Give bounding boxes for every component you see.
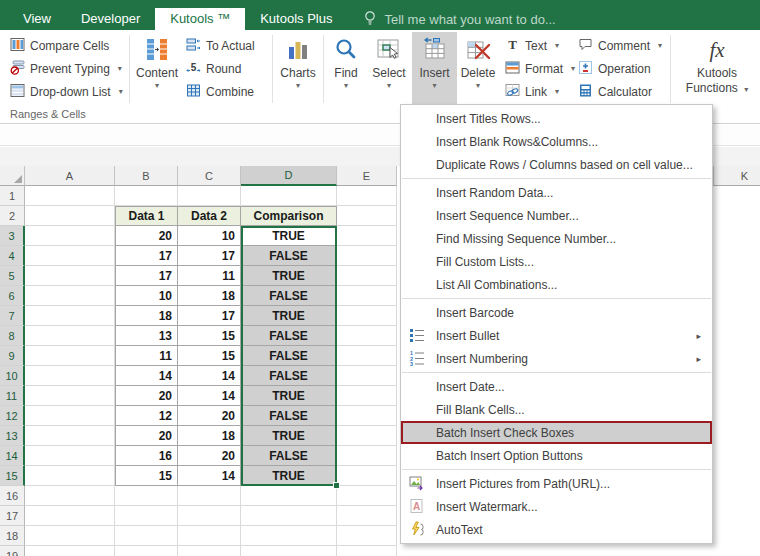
table-header-data-2[interactable]: Data 2 bbox=[178, 206, 241, 226]
menu-item-duplicate-rows-columns-based-on-cell-value[interactable]: Duplicate Rows / Columns based on cell v… bbox=[401, 153, 712, 176]
menu-item-insert-date[interactable]: Insert Date... bbox=[401, 375, 712, 398]
row-header-9[interactable]: 9 bbox=[0, 346, 25, 366]
cell-E4[interactable] bbox=[337, 246, 397, 266]
row-header-14[interactable]: 14 bbox=[0, 446, 25, 466]
cell-D5[interactable]: TRUE bbox=[241, 266, 337, 286]
cell-A15[interactable] bbox=[25, 466, 115, 486]
cell-B1[interactable] bbox=[115, 186, 178, 206]
row-header-8[interactable]: 8 bbox=[0, 326, 25, 346]
insert-button[interactable]: Insert ▾ bbox=[412, 32, 457, 106]
cell-B8[interactable]: 13 bbox=[115, 326, 178, 346]
row-header-2[interactable]: 2 bbox=[0, 206, 25, 226]
cell-B10[interactable]: 14 bbox=[115, 366, 178, 386]
cell-B5[interactable]: 17 bbox=[115, 266, 178, 286]
cell-A12[interactable] bbox=[25, 406, 115, 426]
cell-D18[interactable] bbox=[241, 526, 337, 546]
cell-A14[interactable] bbox=[25, 446, 115, 466]
row-header-15[interactable]: 15 bbox=[0, 466, 25, 486]
cell-E14[interactable] bbox=[337, 446, 397, 466]
right-grid-area[interactable] bbox=[713, 186, 760, 556]
kutools-functions-button[interactable]: fx Kutools Functions ▾ bbox=[673, 32, 760, 106]
menu-item-batch-insert-check-boxes[interactable]: Batch Insert Check Boxes bbox=[401, 421, 712, 444]
text-button[interactable]: T Text ▾ bbox=[501, 34, 562, 57]
row-header-18[interactable]: 18 bbox=[0, 526, 25, 546]
select-all-corner[interactable] bbox=[0, 166, 25, 186]
row-header-3[interactable]: 3 bbox=[0, 226, 25, 246]
cell-E13[interactable] bbox=[337, 426, 397, 446]
menu-item-insert-titles-rows[interactable]: Insert Titles Rows... bbox=[401, 107, 712, 130]
row-header-7[interactable]: 7 bbox=[0, 306, 25, 326]
cell-C5[interactable]: 11 bbox=[178, 266, 241, 286]
cell-E8[interactable] bbox=[337, 326, 397, 346]
cell-D12[interactable]: FALSE bbox=[241, 406, 337, 426]
drop-down-list-button[interactable]: Drop-down List ▾ bbox=[6, 80, 127, 103]
cell-C19[interactable] bbox=[178, 546, 241, 556]
tell-me-box[interactable]: Tell me what you want to do... bbox=[363, 8, 555, 30]
prevent-typing-button[interactable]: Prevent Typing ▾ bbox=[6, 57, 127, 80]
cell-A9[interactable] bbox=[25, 346, 115, 366]
cell-A5[interactable] bbox=[25, 266, 115, 286]
cell-A7[interactable] bbox=[25, 306, 115, 326]
cell-C13[interactable]: 18 bbox=[178, 426, 241, 446]
cell-E10[interactable] bbox=[337, 366, 397, 386]
cell-D1[interactable] bbox=[241, 186, 337, 206]
cell-D10[interactable]: FALSE bbox=[241, 366, 337, 386]
tab-developer[interactable]: Developer bbox=[66, 8, 155, 30]
operation-button[interactable]: Operation bbox=[574, 57, 664, 80]
cell-C18[interactable] bbox=[178, 526, 241, 546]
cell-E1[interactable] bbox=[337, 186, 397, 206]
to-actual-button[interactable]: To Actual bbox=[182, 34, 270, 57]
column-header-E[interactable]: E bbox=[337, 166, 397, 186]
cell-D7[interactable]: TRUE bbox=[241, 306, 337, 326]
cell-A10[interactable] bbox=[25, 366, 115, 386]
cell-A19[interactable] bbox=[25, 546, 115, 556]
compare-cells-button[interactable]: Compare Cells bbox=[6, 34, 127, 57]
round-button[interactable]: 5 Round bbox=[182, 57, 270, 80]
cell-A6[interactable] bbox=[25, 286, 115, 306]
row-header-12[interactable]: 12 bbox=[0, 406, 25, 426]
link-button[interactable]: Link ▾ bbox=[501, 80, 562, 103]
cell-A4[interactable] bbox=[25, 246, 115, 266]
row-header-19[interactable]: 19 bbox=[0, 546, 25, 556]
cell-B11[interactable]: 20 bbox=[115, 386, 178, 406]
content-button[interactable]: Content ▾ bbox=[132, 32, 182, 106]
cell-B7[interactable]: 18 bbox=[115, 306, 178, 326]
cell-B17[interactable] bbox=[115, 506, 178, 526]
format-button[interactable]: Format ▾ bbox=[501, 57, 562, 80]
cell-B14[interactable]: 16 bbox=[115, 446, 178, 466]
tab-kutools-plus[interactable]: Kutools Plus bbox=[245, 8, 347, 30]
calculator-button[interactable]: Calculator bbox=[574, 80, 664, 103]
menu-item-fill-custom-lists[interactable]: Fill Custom Lists... bbox=[401, 250, 712, 273]
tab-kutools[interactable]: Kutools ™ bbox=[155, 8, 245, 30]
combine-button[interactable]: Combine bbox=[182, 80, 270, 103]
column-header-A[interactable]: A bbox=[25, 166, 115, 186]
cell-B3[interactable]: 20 bbox=[115, 226, 178, 246]
row-header-13[interactable]: 13 bbox=[0, 426, 25, 446]
cell-D3[interactable]: TRUE bbox=[241, 226, 337, 246]
cell-B15[interactable]: 15 bbox=[115, 466, 178, 486]
cell-A16[interactable] bbox=[25, 486, 115, 506]
cell-C17[interactable] bbox=[178, 506, 241, 526]
menu-item-insert-watermark[interactable]: AInsert Watermark... bbox=[401, 495, 712, 518]
cell-B16[interactable] bbox=[115, 486, 178, 506]
row-header-11[interactable]: 11 bbox=[0, 386, 25, 406]
cell-B19[interactable] bbox=[115, 546, 178, 556]
tab-view[interactable]: View bbox=[8, 8, 66, 30]
column-header-D[interactable]: D bbox=[241, 166, 337, 186]
menu-item-find-missing-sequence-number[interactable]: Find Missing Sequence Number... bbox=[401, 227, 712, 250]
select-button[interactable]: Select ▾ bbox=[366, 32, 412, 106]
cell-E3[interactable] bbox=[337, 226, 397, 246]
cell-B9[interactable]: 11 bbox=[115, 346, 178, 366]
cell-C6[interactable]: 18 bbox=[178, 286, 241, 306]
menu-item-insert-pictures-from-path-url[interactable]: Insert Pictures from Path(URL)... bbox=[401, 472, 712, 495]
row-header-17[interactable]: 17 bbox=[0, 506, 25, 526]
menu-item-insert-bullet[interactable]: Insert Bullet▸ bbox=[401, 324, 712, 347]
row-header-4[interactable]: 4 bbox=[0, 246, 25, 266]
table-header-comparison[interactable]: Comparison bbox=[241, 206, 337, 226]
row-header-6[interactable]: 6 bbox=[0, 286, 25, 306]
table-header-data-1[interactable]: Data 1 bbox=[115, 206, 178, 226]
row-header-5[interactable]: 5 bbox=[0, 266, 25, 286]
cell-D19[interactable] bbox=[241, 546, 337, 556]
cell-E12[interactable] bbox=[337, 406, 397, 426]
cell-D14[interactable]: FALSE bbox=[241, 446, 337, 466]
